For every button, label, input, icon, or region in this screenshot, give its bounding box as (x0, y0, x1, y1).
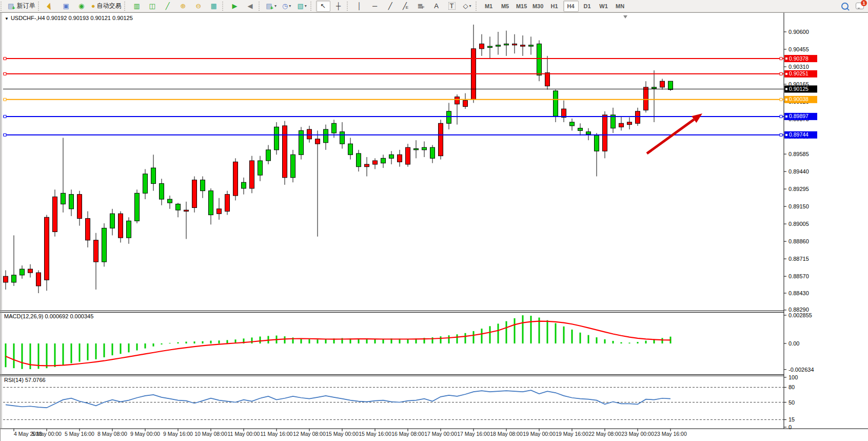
vline-tool-button[interactable]: │ (352, 1, 367, 12)
rsi-axis-label: 15 (788, 416, 795, 423)
cursor-tool-button[interactable]: ↖ (316, 1, 330, 12)
chat-icon[interactable]: 1 (856, 3, 864, 9)
candle-body (127, 221, 131, 238)
candle-body (586, 132, 591, 135)
chart-menu-icon[interactable]: ▼ (5, 16, 9, 21)
time-axis-label: 5 May 16:00 (65, 431, 94, 437)
chart-title[interactable]: ▼USDCHF-,H4 0.90192 0.90193 0.90121 0.90… (5, 15, 133, 21)
tile-windows-button[interactable]: ▦ (207, 1, 221, 12)
zoom-out-button[interactable]: ⊖ (191, 1, 206, 12)
text-tool-button[interactable]: A (429, 1, 444, 12)
time-axis-label: 22 May 08:00 (588, 431, 621, 437)
horizontal-line-icon: ─ (372, 3, 377, 9)
candle-body (332, 123, 337, 133)
candle-body (315, 139, 320, 144)
chat-badge: 1 (861, 0, 867, 6)
timeframe-button-W1[interactable]: W1 (596, 1, 611, 12)
timeframe-button-MN[interactable]: MN (613, 1, 628, 12)
candle-body (627, 122, 632, 125)
toolbar-grip (1, 2, 5, 11)
new-order-button[interactable]: ▤ + 新订单 (6, 1, 37, 12)
hline-handle[interactable] (780, 57, 782, 60)
macd-axis-label: -0.002634 (788, 367, 814, 373)
hline-handle[interactable] (4, 72, 6, 75)
fibonacci-tool-button[interactable]: ≣ F (414, 1, 428, 12)
price-tag-square (785, 73, 787, 75)
timeframe-button-M30[interactable]: M30 (530, 1, 546, 12)
metaeditor-button[interactable]: ▣ (59, 1, 73, 12)
search-icon[interactable] (841, 3, 849, 10)
macd-signal-line (6, 321, 670, 366)
hline-handle[interactable] (780, 133, 782, 136)
arrows-tool-button[interactable]: ◇ ▾ (460, 1, 475, 12)
chevron-down-icon: ▾ (305, 4, 307, 8)
timeframe-button-H1[interactable]: H1 (547, 1, 562, 12)
zoom-in-button[interactable]: ⊕ (176, 1, 190, 12)
timeframe-button-H4[interactable]: H4 (563, 1, 579, 12)
candle-body (45, 217, 49, 280)
templates-button[interactable]: ▧ ▾ (295, 1, 309, 12)
hline-handle[interactable] (4, 115, 6, 118)
signals-button[interactable]: ◉ (74, 1, 89, 12)
price-tag-square (785, 134, 787, 136)
timeframe-button-M15[interactable]: M15 (514, 1, 529, 12)
hline-handle[interactable] (4, 133, 6, 136)
channel-e-label: E (406, 5, 408, 10)
candle-body (660, 81, 665, 87)
candle-body (447, 111, 451, 123)
indicators-button[interactable]: ▤ + ▾ (264, 1, 279, 12)
candle-body (94, 240, 98, 262)
time-axis-label: 15 May 00:00 (326, 431, 359, 437)
template-icon: ▧ (297, 3, 303, 9)
time-axis-label: 9 May 16:00 (163, 431, 193, 437)
candle-body (160, 184, 164, 199)
candle-body (619, 123, 624, 127)
profiles-icon: ◣ (47, 2, 55, 10)
hline-handle[interactable] (780, 115, 782, 118)
candle-body (430, 147, 435, 158)
crosshair-tool-button[interactable]: ┼ (331, 1, 346, 12)
candle-body (242, 182, 246, 188)
hline-handle[interactable] (780, 98, 782, 101)
price-tick-label: 0.88860 (788, 238, 809, 244)
bar-chart-button[interactable]: ▥ (130, 1, 144, 12)
tile-windows-icon: ▦ (210, 3, 216, 9)
trendline-tool-button[interactable]: ╱ (383, 1, 398, 12)
candle-body (381, 158, 386, 163)
time-axis-label: 10 May 08:00 (194, 431, 227, 437)
trend-arrow-shaft[interactable] (647, 120, 694, 154)
price-tag-label: 0.89744 (789, 131, 808, 138)
price-tag-label: 0.90038 (789, 96, 808, 102)
profiles-button[interactable]: ◣ (44, 1, 58, 12)
macd-indicator-label: MACD(12,26,9) 0.000692 0.000345 (4, 313, 93, 319)
candle-body (414, 149, 419, 150)
chart-shift-marker[interactable] (623, 15, 627, 18)
candlestick-button[interactable]: ◫ (145, 1, 160, 12)
timeframe-group: M1M5M15M30H1H4D1W1MN (481, 1, 628, 12)
timeframe-button-D1[interactable]: D1 (580, 1, 595, 12)
candle-body (348, 144, 353, 155)
hline-handle[interactable] (4, 57, 6, 60)
candle-body (463, 101, 468, 107)
chevron-down-icon: ▾ (289, 4, 291, 8)
line-chart-button[interactable]: ╱ (161, 1, 175, 12)
timeframe-button-M1[interactable]: M1 (481, 1, 497, 12)
hline-handle[interactable] (780, 72, 782, 75)
candle-body (291, 155, 295, 178)
auto-scroll-button[interactable]: ▶ (228, 1, 242, 12)
hline-tool-button[interactable]: ─ (368, 1, 382, 12)
zoom-in-icon: ⊕ (180, 3, 186, 9)
autotrading-button[interactable]: ● 自动交易 (90, 1, 123, 12)
hline-handle[interactable] (4, 98, 6, 101)
candle-body (77, 195, 82, 219)
autotrading-label: 自动交易 (97, 2, 122, 10)
channel-tool-button[interactable]: ╱ E (399, 1, 413, 12)
chart-shift-button[interactable]: ◀ (243, 1, 258, 12)
candle-body (578, 128, 583, 131)
candle-body (201, 180, 205, 191)
periods-button[interactable]: ◷ ▾ (280, 1, 294, 12)
label-tool-button[interactable]: T (445, 1, 459, 12)
time-axis-label: 12 May 08:00 (293, 431, 326, 437)
clock-icon: ◷ (282, 3, 288, 9)
timeframe-button-M5[interactable]: M5 (498, 1, 513, 12)
